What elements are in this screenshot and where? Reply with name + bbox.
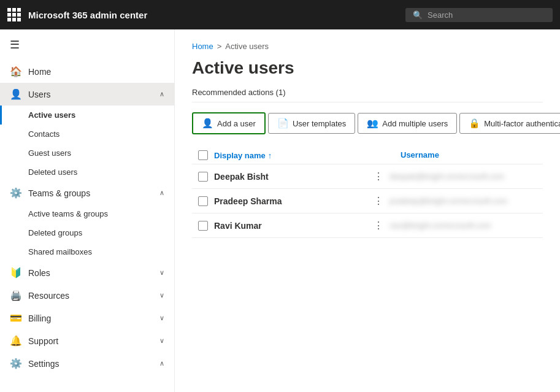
sidebar-item-label: Teams & groups [28, 188, 153, 198]
add-multiple-icon: 👥 [367, 118, 378, 129]
home-icon: 🏠 [10, 66, 22, 77]
sidebar-item-billing[interactable]: 💳 Billing ∨ [0, 307, 174, 329]
col-name-label: Display name [214, 151, 266, 160]
sidebar-sub-item-shared-mailboxes[interactable]: Shared mailboxes [0, 242, 174, 261]
sidebar-item-label: Users [28, 90, 153, 99]
roles-icon: 🔰 [10, 267, 22, 279]
waffle-menu[interactable] [7, 8, 21, 21]
table-row: Ravi Kumar ⋮ ravi@bright.onmicrosoft.com [192, 213, 543, 238]
recommended-actions: Recommended actions (1) [192, 88, 543, 102]
sidebar-sub-item-deleted-users[interactable]: Deleted users [0, 163, 174, 182]
users-table: Display name ↑ Username Deepak Bisht ⋮ d… [192, 147, 543, 238]
sub-item-label: Guest users [28, 148, 71, 158]
row3-checkbox[interactable] [198, 221, 208, 231]
sidebar-item-settings[interactable]: ⚙️ Settings ∧ [0, 352, 174, 375]
action-toolbar: 👤 Add a user 📄 User templates 👥 Add mult… [192, 112, 543, 134]
row2-check-cell [192, 196, 214, 206]
search-bar[interactable]: 🔍 Search [405, 8, 553, 22]
chevron-up-icon: ∧ [159, 359, 164, 367]
sidebar-item-teams-groups[interactable]: ⚙️ Teams & groups ∧ [0, 182, 174, 204]
topbar: Microsoft 365 admin center 🔍 Search [0, 0, 560, 29]
sidebar-item-home[interactable]: 🏠 Home [0, 60, 174, 83]
chevron-down-icon: ∨ [159, 314, 164, 322]
sidebar-item-roles[interactable]: 🔰 Roles ∨ [0, 261, 174, 284]
sidebar-item-label: Billing [28, 313, 153, 323]
sidebar: ☰ 🏠 Home 👤 Users ∧ Active users Contacts… [0, 29, 175, 392]
sidebar-sub-item-active-users[interactable]: Active users [0, 106, 174, 125]
add-multiple-users-button[interactable]: 👥 Add multiple users [358, 113, 457, 134]
sort-icon: ↑ [268, 151, 272, 160]
user-templates-label: User templates [293, 119, 346, 128]
sidebar-sub-item-active-teams[interactable]: Active teams & groups [0, 204, 174, 223]
teams-icon: ⚙️ [10, 187, 22, 199]
breadcrumb-current: Active users [225, 42, 269, 51]
breadcrumb-home-link[interactable]: Home [192, 42, 213, 51]
chevron-down-icon: ∨ [159, 269, 164, 277]
mfa-label: Multi-factor authentication [484, 119, 560, 128]
support-icon: 🔔 [10, 335, 22, 347]
row1-name[interactable]: Deepak Bisht [214, 172, 367, 182]
breadcrumb: Home > Active users [192, 42, 543, 51]
chevron-up-icon: ∧ [159, 90, 164, 98]
table-row: Pradeep Sharma ⋮ pradeep@bright.onmicros… [192, 189, 543, 213]
sub-item-label: Active teams & groups [28, 209, 108, 218]
row3-email: ravi@bright.onmicrosoft.com [389, 221, 543, 230]
sub-item-label: Deleted users [28, 167, 77, 177]
layout: ☰ 🏠 Home 👤 Users ∧ Active users Contacts… [0, 29, 560, 392]
user-templates-button[interactable]: 📄 User templates [268, 113, 355, 134]
row1-email: deepak@bright.onmicrosoft.com [389, 172, 543, 181]
row1-checkbox[interactable] [198, 172, 208, 182]
sidebar-item-label: Resources [28, 291, 153, 301]
sidebar-item-label: Support [28, 336, 153, 346]
sub-item-label: Contacts [28, 129, 59, 139]
users-icon: 👤 [10, 88, 22, 100]
sub-item-label: Deleted groups [28, 228, 82, 237]
mfa-icon: 🔒 [469, 118, 480, 129]
add-user-icon: 👤 [202, 118, 213, 129]
select-all-cell [192, 150, 214, 160]
sidebar-item-label: Settings [28, 359, 153, 369]
sidebar-item-label: Roles [28, 268, 153, 278]
add-user-button[interactable]: 👤 Add a user [192, 112, 266, 134]
sidebar-item-resources[interactable]: 🖨️ Resources ∨ [0, 284, 174, 307]
row2-more-options[interactable]: ⋮ [367, 195, 389, 207]
column-display-name[interactable]: Display name ↑ [214, 150, 378, 160]
main-content: Home > Active users Active users Recomme… [175, 29, 560, 392]
sidebar-item-label: Home [28, 67, 164, 77]
table-header: Display name ↑ Username [192, 147, 543, 164]
row2-checkbox[interactable] [198, 196, 208, 206]
hamburger-menu[interactable]: ☰ [0, 29, 174, 60]
row1-more-options[interactable]: ⋮ [367, 171, 389, 182]
sidebar-sub-item-guest-users[interactable]: Guest users [0, 144, 174, 163]
resources-icon: 🖨️ [10, 290, 22, 301]
sidebar-item-users[interactable]: 👤 Users ∧ [0, 83, 174, 106]
row3-check-cell [192, 221, 214, 231]
column-username: Username [378, 150, 543, 160]
app-title: Microsoft 365 admin center [28, 10, 398, 20]
breadcrumb-separator: > [217, 42, 222, 51]
row3-more-options[interactable]: ⋮ [367, 220, 389, 231]
add-user-label: Add a user [217, 119, 256, 128]
page-title: Active users [192, 58, 543, 78]
sub-item-label: Shared mailboxes [28, 247, 92, 256]
sidebar-sub-item-deleted-groups[interactable]: Deleted groups [0, 223, 174, 242]
row2-name[interactable]: Pradeep Sharma [214, 196, 367, 206]
add-multiple-label: Add multiple users [382, 119, 448, 128]
sidebar-item-support[interactable]: 🔔 Support ∨ [0, 329, 174, 352]
search-placeholder: Search [428, 10, 453, 20]
billing-icon: 💳 [10, 312, 22, 324]
select-all-checkbox[interactable] [198, 150, 208, 160]
chevron-up-icon: ∧ [159, 189, 164, 197]
settings-icon: ⚙️ [10, 358, 22, 369]
user-templates-icon: 📄 [277, 118, 289, 129]
row3-name[interactable]: Ravi Kumar [214, 221, 367, 231]
chevron-down-icon: ∨ [159, 337, 164, 345]
row1-check-cell [192, 172, 214, 182]
chevron-down-icon: ∨ [159, 291, 164, 299]
search-icon: 🔍 [413, 10, 423, 20]
sub-item-label: Active users [28, 110, 75, 120]
sidebar-sub-item-contacts[interactable]: Contacts [0, 125, 174, 144]
recommended-text: Recommended actions (1) [192, 88, 285, 97]
mfa-button[interactable]: 🔒 Multi-factor authentication [459, 113, 560, 134]
table-row: Deepak Bisht ⋮ deepak@bright.onmicrosoft… [192, 164, 543, 189]
